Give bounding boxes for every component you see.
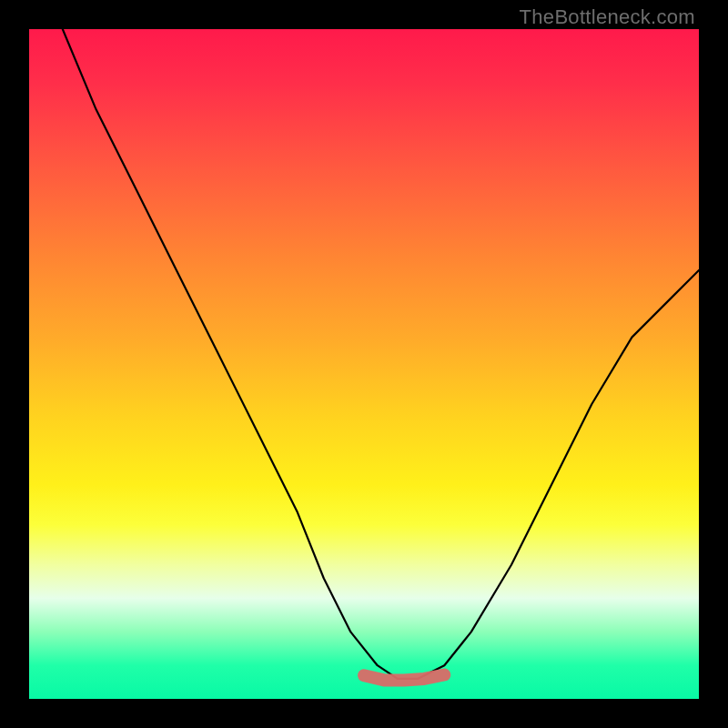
- plot-area: [29, 29, 699, 699]
- highlight-band: [364, 675, 444, 681]
- watermark-text: TheBottleneck.com: [520, 5, 695, 29]
- chart-svg: [29, 29, 699, 699]
- curve-line: [63, 29, 699, 679]
- chart-frame: TheBottleneck.com: [0, 0, 728, 728]
